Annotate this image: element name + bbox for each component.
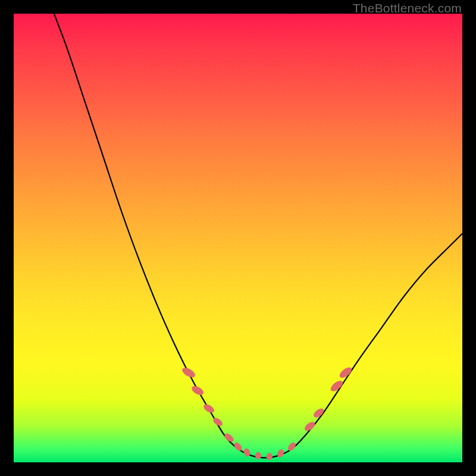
curve-marker: [287, 441, 298, 452]
curve-marker: [338, 365, 353, 380]
chart-frame: TheBottleneck.com: [0, 0, 476, 476]
curve-markers: [181, 365, 353, 461]
curve-marker: [329, 379, 345, 393]
watermark-text: TheBottleneck.com: [353, 1, 462, 15]
bottleneck-curve: [54, 14, 462, 458]
curve-marker: [190, 384, 205, 397]
curve-marker: [255, 452, 261, 459]
curve-marker: [243, 447, 251, 458]
curve-marker: [181, 366, 197, 379]
curve-marker: [266, 452, 273, 461]
chart-plot-area: [14, 14, 462, 462]
chart-svg: [14, 14, 462, 462]
curve-marker: [202, 403, 216, 415]
